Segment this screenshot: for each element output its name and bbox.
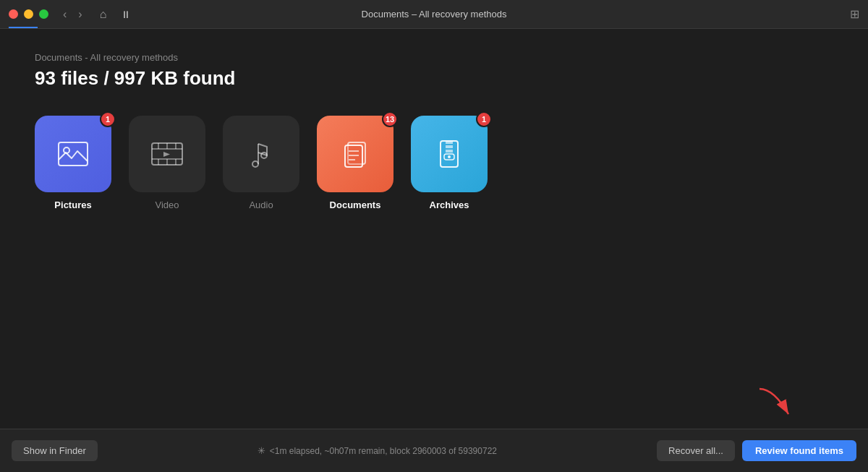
pictures-badge: 1 <box>100 111 116 127</box>
category-video[interactable]: Video <box>129 116 205 210</box>
back-button[interactable]: ‹ <box>60 7 69 22</box>
category-archives[interactable]: 1 Archives <box>411 116 488 210</box>
pictures-icon-box <box>35 116 111 192</box>
pause-button[interactable]: ⏸ <box>121 9 131 20</box>
recover-all-button[interactable]: Recover all... <box>657 440 735 461</box>
svg-rect-15 <box>345 145 362 167</box>
status-bar: ✳ <1m elapsed, ~0h07m remain, block 2960… <box>98 445 657 456</box>
bottom-bar: Show in Finder ✳ <1m elapsed, ~0h07m rem… <box>0 429 868 472</box>
svg-point-12 <box>252 161 258 167</box>
video-icon-box <box>129 116 205 192</box>
sidebar-toggle-icon[interactable]: ⊞ <box>850 7 859 21</box>
archives-badge: 1 <box>476 111 492 127</box>
svg-rect-21 <box>446 145 453 148</box>
archives-icon-wrapper: 1 <box>411 116 488 192</box>
pictures-svg-icon <box>54 135 92 173</box>
documents-badge: 13 <box>382 111 398 127</box>
audio-svg-icon <box>242 135 280 173</box>
category-pictures[interactable]: 1 Pictures <box>35 116 111 210</box>
svg-point-24 <box>448 155 451 158</box>
window-title: Documents – All recovery methods <box>362 9 507 20</box>
review-found-items-button[interactable]: Review found items <box>742 440 856 461</box>
close-button[interactable] <box>9 9 18 19</box>
audio-icon-wrapper <box>223 116 299 192</box>
show-in-finder-button[interactable]: Show in Finder <box>12 440 98 461</box>
category-documents[interactable]: 13 Documents <box>317 116 393 210</box>
bottom-right-buttons: Recover all... Review found items <box>657 440 856 461</box>
minimize-button[interactable] <box>24 9 33 19</box>
forward-button[interactable]: › <box>75 7 85 22</box>
svg-marker-11 <box>163 152 170 157</box>
documents-label: Documents <box>330 199 381 210</box>
documents-icon-box <box>317 116 393 192</box>
pictures-label: Pictures <box>54 199 91 210</box>
documents-icon-wrapper: 13 <box>317 116 393 192</box>
categories-grid: 1 Pictures <box>35 116 833 210</box>
svg-rect-22 <box>446 150 453 153</box>
nav-buttons: ‹ › ⌂ ⏸ <box>60 7 131 22</box>
audio-icon-box <box>223 116 299 192</box>
pictures-icon-wrapper: 1 <box>35 116 111 192</box>
titlebar: ‹ › ⌂ ⏸ Documents – All recovery methods… <box>0 0 868 29</box>
documents-svg-icon <box>336 135 374 173</box>
video-label: Video <box>155 199 179 210</box>
archives-label: Archives <box>430 199 469 210</box>
home-button[interactable]: ⌂ <box>97 7 110 22</box>
main-content: Documents - All recovery methods 93 file… <box>0 29 868 429</box>
archives-icon-box <box>411 116 488 192</box>
page-title: 93 files / 997 KB found <box>35 67 833 90</box>
category-audio[interactable]: Audio <box>223 116 299 210</box>
page-subtitle: Documents - All recovery methods <box>35 52 833 63</box>
archives-svg-icon <box>430 135 468 173</box>
video-icon-wrapper <box>129 116 205 192</box>
maximize-button[interactable] <box>39 9 48 19</box>
audio-label: Audio <box>249 199 273 210</box>
spinner-icon: ✳ <box>258 445 265 456</box>
status-text-label: <1m elapsed, ~0h07m remain, block 296000… <box>270 446 497 456</box>
video-svg-icon <box>148 135 186 173</box>
tab-indicator <box>9 27 38 28</box>
svg-rect-20 <box>446 141 453 144</box>
svg-rect-0 <box>59 142 88 166</box>
traffic-lights <box>9 9 48 19</box>
